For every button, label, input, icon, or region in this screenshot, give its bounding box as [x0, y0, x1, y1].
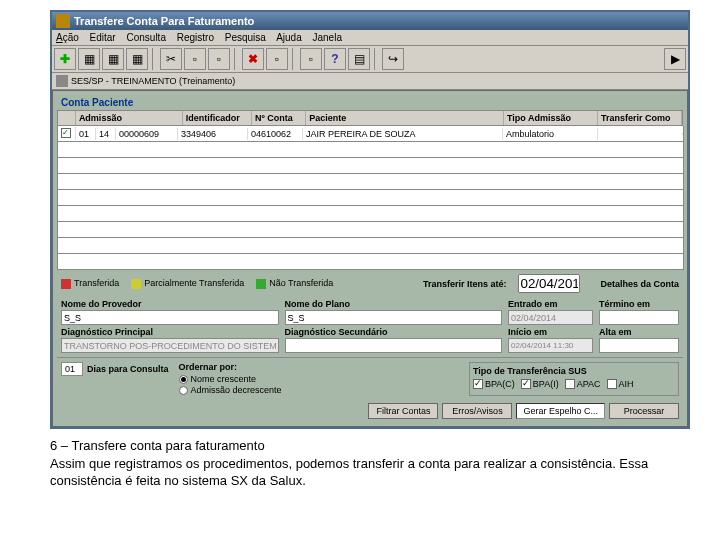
menu-pesquisa[interactable]: Pesquisa: [225, 32, 266, 43]
processar-button[interactable]: Processar: [609, 403, 679, 419]
content-panel: Conta Paciente Admissão Identificador Nº…: [52, 90, 688, 427]
gerar-dropdown[interactable]: Gerar Espelho C...: [516, 403, 605, 419]
ordernar-group: Ordernar por: Nome crescente Admissão de…: [179, 362, 282, 396]
table-row[interactable]: [57, 142, 684, 158]
legend-yellow-icon: [131, 279, 141, 289]
entrado-input: [508, 310, 593, 325]
alta-input[interactable]: [599, 338, 679, 353]
grid-body: 01 14 00000609 3349406 04610062 JAIR PER…: [57, 126, 684, 270]
col-transferir: Transferir Como: [598, 111, 682, 125]
legend: Transferida Parcialmente Transferida Não…: [57, 270, 683, 297]
legend-red-icon: [61, 279, 71, 289]
menu-editar[interactable]: Editar: [90, 32, 116, 43]
toolbar-btn2[interactable]: ▦: [78, 48, 100, 70]
table-row[interactable]: [57, 206, 684, 222]
table-row[interactable]: [57, 222, 684, 238]
col-admissao: Admissão: [76, 111, 183, 125]
menu-acao[interactable]: AAçãoção: [56, 32, 79, 43]
chk-bpai[interactable]: BPA(I): [521, 379, 559, 389]
toolbar-btn4[interactable]: ▦: [126, 48, 148, 70]
plano-input[interactable]: [285, 310, 503, 325]
table-row[interactable]: [57, 238, 684, 254]
table-row[interactable]: [57, 190, 684, 206]
radio-admissao[interactable]: Admissão decrescente: [179, 385, 282, 395]
table-row[interactable]: 01 14 00000609 3349406 04610062 JAIR PER…: [57, 126, 684, 142]
section-title: Conta Paciente: [57, 95, 683, 110]
toolbar-add-icon[interactable]: ✚: [54, 48, 76, 70]
diag1-input: [61, 338, 279, 353]
breadcrumb-text: SES/SP - TREINAMENTO (Treinamento): [71, 76, 235, 86]
titlebar: Transfere Conta Para Faturamento: [52, 12, 688, 30]
app-window: Transfere Conta Para Faturamento AAçãoçã…: [50, 10, 690, 429]
menu-registro[interactable]: Registro: [177, 32, 214, 43]
menu-ajuda[interactable]: Ajuda: [276, 32, 302, 43]
erros-button[interactable]: Erros/Avisos: [442, 403, 512, 419]
toolbar: ✚ ▦ ▦ ▦ ✂ ▫ ▫ ✖ ▫ ▫ ? ▤ ↪ ▶: [52, 46, 688, 73]
radio-nome[interactable]: Nome crescente: [179, 374, 282, 384]
chk-apac[interactable]: APAC: [565, 379, 601, 389]
transfer-date-input[interactable]: [518, 274, 580, 293]
chk-aih[interactable]: AIH: [607, 379, 634, 389]
table-row[interactable]: [57, 174, 684, 190]
table-row[interactable]: [57, 254, 684, 270]
diag2-input[interactable]: [285, 338, 503, 353]
window-title: Transfere Conta Para Faturamento: [74, 15, 254, 27]
toolbar-play-icon[interactable]: ▶: [664, 48, 686, 70]
toolbar-copy-icon[interactable]: ▫: [184, 48, 206, 70]
caption: 6 – Transfere conta para faturamento Ass…: [50, 437, 690, 490]
toolbar-btn10[interactable]: ▫: [300, 48, 322, 70]
toolbar-btn12[interactable]: ▤: [348, 48, 370, 70]
col-tipo: Tipo Admissão: [504, 111, 598, 125]
toolbar-help-icon[interactable]: ?: [324, 48, 346, 70]
col-paciente: Paciente: [306, 111, 504, 125]
chk-bpac[interactable]: BPA(C): [473, 379, 515, 389]
toolbar-exit-icon[interactable]: ↪: [382, 48, 404, 70]
toolbar-delete-icon[interactable]: ✖: [242, 48, 264, 70]
termino-input[interactable]: [599, 310, 679, 325]
row-checkbox[interactable]: [61, 128, 71, 138]
legend-green-icon: [256, 279, 266, 289]
inicio-input: [508, 338, 593, 353]
tipo-transferencia-group: Tipo de Transferência SUS BPA(C) BPA(I) …: [469, 362, 679, 396]
menubar: AAçãoção Editar Consulta Registro Pesqui…: [52, 30, 688, 46]
dias-input[interactable]: [61, 362, 83, 376]
detalhes-link[interactable]: Detalhes da Conta: [600, 279, 679, 289]
menu-janela[interactable]: Janela: [313, 32, 342, 43]
toolbar-cut-icon[interactable]: ✂: [160, 48, 182, 70]
toolbar-btn3[interactable]: ▦: [102, 48, 124, 70]
provedor-input[interactable]: [61, 310, 279, 325]
menu-consulta[interactable]: Consulta: [126, 32, 165, 43]
app-icon: [56, 14, 70, 28]
toolbar-paste-icon[interactable]: ▫: [208, 48, 230, 70]
filtrar-button[interactable]: Filtrar Contas: [368, 403, 438, 419]
toolbar-btn9[interactable]: ▫: [266, 48, 288, 70]
grid-header: Admissão Identificador Nº Conta Paciente…: [57, 110, 683, 126]
table-row[interactable]: [57, 158, 684, 174]
breadcrumb: SES/SP - TREINAMENTO (Treinamento): [52, 73, 688, 90]
col-conta: Nº Conta: [252, 111, 306, 125]
breadcrumb-icon: [56, 75, 68, 87]
col-identificador: Identificador: [183, 111, 252, 125]
